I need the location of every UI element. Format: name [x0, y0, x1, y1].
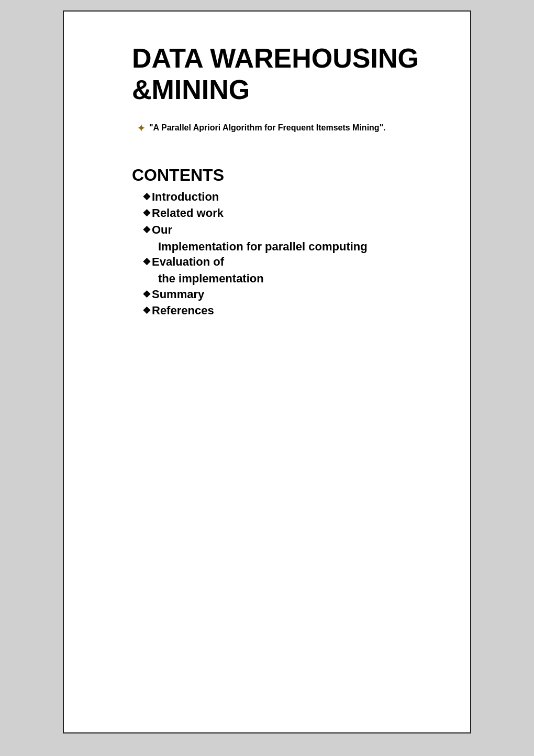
- page-title: DATA WAREHOUSING &MINING: [132, 43, 433, 106]
- diamond-bullet-icon: ❖: [142, 207, 151, 220]
- contents-section: CONTENTS ❖ Introduction ❖ Related work ❖…: [132, 166, 433, 319]
- diamond-bullet-icon: ❖: [142, 256, 151, 268]
- diamond-bullet-icon: ❖: [142, 224, 151, 236]
- document-page: DATA WAREHOUSING &MINING ✦ "A Parallel A…: [63, 10, 471, 733]
- list-item: ❖ References: [142, 303, 433, 319]
- subtitle-text: "A Parallel Apriori Algorithm for Freque…: [149, 122, 386, 134]
- list-item: ❖ Our: [142, 222, 433, 238]
- sub-item-text: the implementation: [158, 271, 433, 287]
- contents-list: ❖ Introduction ❖ Related work ❖ Our Impl…: [142, 189, 433, 319]
- list-item: ❖ Summary: [142, 287, 433, 302]
- item-label: Our: [152, 222, 172, 238]
- diamond-bullet-icon: ❖: [142, 288, 151, 301]
- list-item: ❖ Evaluation of: [142, 254, 433, 270]
- contents-heading: CONTENTS: [132, 166, 433, 185]
- item-label: References: [152, 303, 214, 319]
- list-item: ❖ Introduction: [142, 189, 433, 205]
- diamond-bullet-icon: ❖: [142, 191, 151, 203]
- item-label: Related work: [152, 205, 224, 221]
- subtitle-section: ✦ "A Parallel Apriori Algorithm for Freq…: [137, 122, 433, 134]
- sub-item-text: Implementation for parallel computing: [158, 239, 433, 255]
- item-label: Introduction: [152, 189, 219, 205]
- item-label: Evaluation of: [152, 254, 224, 270]
- item-label: Summary: [152, 287, 204, 302]
- list-item: ❖ Related work: [142, 205, 433, 221]
- diamond-bullet-icon: ❖: [142, 304, 151, 317]
- subtitle-item: ✦ "A Parallel Apriori Algorithm for Freq…: [137, 122, 433, 134]
- arrow-bullet-icon: ✦: [137, 123, 145, 134]
